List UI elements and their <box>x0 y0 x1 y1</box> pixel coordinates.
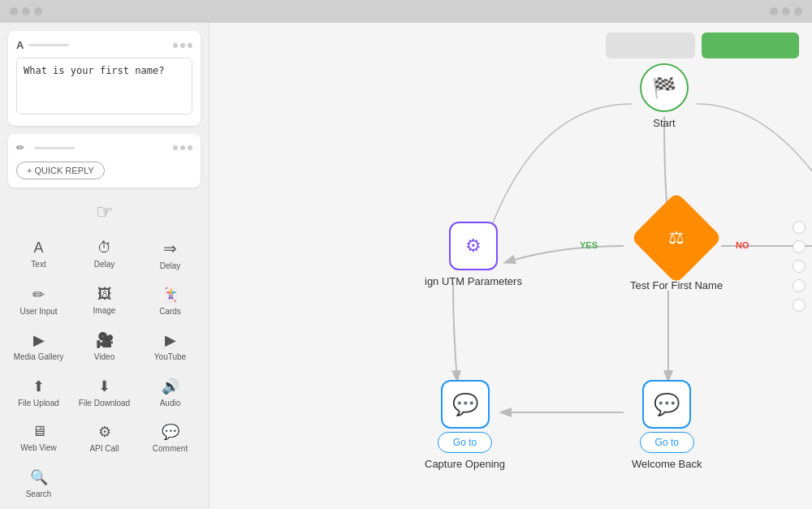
tool-search-label: Search <box>26 490 52 498</box>
search-icon: 🔍 <box>30 468 48 486</box>
dot-maximize <box>34 7 42 15</box>
youtube-icon: ▶ <box>165 331 176 349</box>
qr-edit-icon: ✏ <box>16 142 24 153</box>
qr-dots <box>173 145 192 150</box>
tool-image-label: Image <box>93 306 116 315</box>
card-letter: A <box>16 39 24 51</box>
no-label: NO <box>736 240 749 250</box>
dot-3 <box>794 7 802 15</box>
top-bar-button[interactable] <box>702 32 799 58</box>
qr-header: ✏ <box>16 142 192 153</box>
api-call-icon: ⚙ <box>98 423 111 441</box>
tool-media-gallery[interactable]: ▶ Media Gallery <box>6 325 71 369</box>
right-circle-5[interactable] <box>793 299 806 312</box>
tool-cards-label: Cards <box>159 307 181 316</box>
toolbox: A Text ⏱ Delay ⇒ Delay ✏ User Input 🖼 Im… <box>0 228 209 509</box>
dot-minimize <box>22 7 30 15</box>
tool-audio-label: Audio <box>160 399 181 408</box>
tool-api-call[interactable]: ⚙ API Call <box>72 416 136 459</box>
right-circle-3[interactable] <box>793 260 806 273</box>
tool-youtube-label: YouTube <box>154 352 186 361</box>
video-icon: 🎥 <box>96 331 114 349</box>
tool-video-label: Video <box>94 352 114 361</box>
file-upload-icon: ⬆ <box>32 377 45 395</box>
tool-user-input-label: User Input <box>19 307 57 316</box>
message-textarea[interactable]: What is your first name? <box>16 58 192 114</box>
tool-file-download[interactable]: ⬇ File Download <box>72 370 136 414</box>
tool-delay1[interactable]: ⏱ Delay <box>72 231 136 277</box>
dot-1 <box>770 7 778 15</box>
utm-label: ign UTM Parameters <box>425 275 522 287</box>
tool-image[interactable]: 🖼 Image <box>72 278 136 322</box>
audio-icon: 🔊 <box>162 377 179 395</box>
top-bar-input[interactable] <box>606 32 695 58</box>
file-download-icon: ⬇ <box>98 377 110 395</box>
start-node[interactable]: 🏁 Start <box>640 63 689 129</box>
media-gallery-icon: ▶ <box>33 331 45 349</box>
title-bar <box>0 0 812 23</box>
welcome-back-label: Welcome Back <box>632 458 702 470</box>
flow-canvas: 🏁 Start ⚙ ign UTM Parameters ⚖ Test For … <box>209 23 812 509</box>
goto-welcome-node[interactable]: 💬 Go to Welcome Back <box>632 380 702 470</box>
tool-delay1-label: Delay <box>94 260 115 269</box>
user-input-icon: ✏ <box>32 286 45 304</box>
delay2-icon: ⇒ <box>163 239 177 258</box>
tool-web-view-label: Web View <box>20 443 57 452</box>
comment-icon: 💬 <box>162 423 179 441</box>
dot-close <box>10 7 18 15</box>
tool-comment-label: Comment <box>153 444 188 453</box>
goto-capture-node[interactable]: 💬 Go to Capture Opening <box>425 380 505 470</box>
tool-youtube[interactable]: ▶ YouTube <box>138 325 202 369</box>
image-icon: 🖼 <box>97 286 112 303</box>
title-bar-dots <box>10 7 42 15</box>
utm-node[interactable]: ⚙ ign UTM Parameters <box>425 222 522 287</box>
cursor-area: ☞ <box>0 196 209 228</box>
tool-cards[interactable]: 🃏 Cards <box>138 278 202 322</box>
text-icon: A <box>33 239 43 257</box>
test-label: Test For First Name <box>630 279 723 291</box>
yes-label: YES <box>580 240 598 250</box>
goto-welcome-icon: 💬 <box>642 380 691 429</box>
title-bar-controls <box>770 7 802 15</box>
dot-2 <box>782 7 790 15</box>
message-card: A What is your first name? <box>8 31 201 126</box>
tool-file-upload-label: File Upload <box>18 399 59 408</box>
cards-icon: 🃏 <box>162 286 179 304</box>
quick-reply-button[interactable]: + QUICK REPLY <box>16 162 105 179</box>
tool-file-download-label: File Download <box>79 399 130 408</box>
tool-search[interactable]: 🔍 Search <box>6 462 71 506</box>
diamond-shape: ⚖ <box>630 192 722 283</box>
tool-text[interactable]: A Text <box>6 231 71 277</box>
right-circles <box>793 221 806 312</box>
right-circle-1[interactable] <box>793 221 806 234</box>
tool-video[interactable]: 🎥 Video <box>72 325 136 369</box>
tool-user-input[interactable]: ✏ User Input <box>6 278 71 322</box>
tool-media-gallery-label: Media Gallery <box>14 352 64 361</box>
tool-audio[interactable]: 🔊 Audio <box>138 370 202 414</box>
card-line <box>28 44 69 46</box>
test-node[interactable]: ⚖ Test For First Name <box>630 201 723 291</box>
goto-welcome-pill[interactable]: Go to <box>640 432 694 453</box>
tool-file-upload[interactable]: ⬆ File Upload <box>6 370 71 414</box>
quick-reply-card: ✏ + QUICK REPLY <box>8 134 201 188</box>
card-header: A <box>16 39 192 51</box>
utm-icon-box: ⚙ <box>449 222 498 270</box>
right-circle-4[interactable] <box>793 279 806 292</box>
top-bar <box>606 32 799 58</box>
right-circle-2[interactable] <box>793 240 806 253</box>
start-label: Start <box>653 117 675 129</box>
web-view-icon: 🖥 <box>32 423 46 440</box>
tool-web-view[interactable]: 🖥 Web View <box>6 416 71 459</box>
start-circle: 🏁 <box>640 63 689 112</box>
tool-delay2[interactable]: ⇒ Delay <box>138 231 202 277</box>
goto-capture-pill[interactable]: Go to <box>438 432 492 453</box>
main-content: A What is your first name? ✏ <box>0 23 812 509</box>
tool-delay2-label: Delay <box>160 261 181 270</box>
diamond-wrap: ⚖ <box>640 201 713 274</box>
card-dots <box>173 43 192 48</box>
tool-api-call-label: API Call <box>89 444 119 453</box>
balance-icon: ⚖ <box>668 227 685 248</box>
goto-capture-icon: 💬 <box>441 380 490 429</box>
tool-comment[interactable]: 💬 Comment <box>138 416 202 459</box>
tool-text-label: Text <box>31 260 45 269</box>
